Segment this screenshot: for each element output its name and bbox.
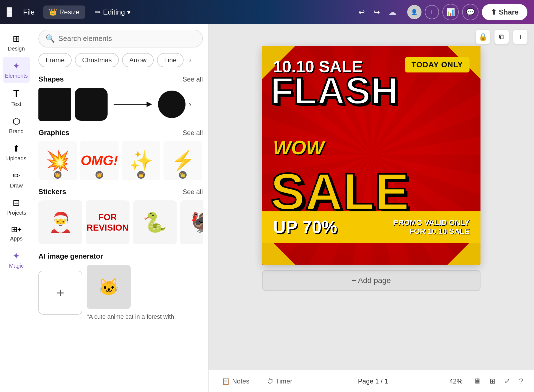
- notes-button[interactable]: 📋 Notes: [217, 375, 254, 387]
- redo-button[interactable]: ↪: [371, 5, 382, 19]
- sticker-item-1[interactable]: 🎅: [38, 200, 82, 244]
- fullscreen-button[interactable]: ⤢: [502, 375, 513, 388]
- hamburger-menu[interactable]: ≡: [7, 7, 12, 17]
- today-only-badge: TODAY ONLY: [405, 57, 470, 72]
- notes-icon: 📋: [222, 377, 230, 385]
- graphic-item-1[interactable]: 💥 👑: [38, 141, 77, 180]
- wow-text: WOW: [273, 137, 324, 159]
- bottom-bar: 📋 Notes ⏱ Timer Page 1 / 1 42% 🖥 ⊞ ⤢ ?: [209, 370, 534, 392]
- uploads-icon: ⬆: [13, 143, 20, 154]
- add-page-button[interactable]: + Add page: [262, 270, 480, 291]
- sidebar-item-apps[interactable]: ⊞+ Apps: [3, 221, 30, 246]
- sidebar-item-projects[interactable]: ⊟ Projects: [3, 194, 30, 220]
- sticker-item-4[interactable]: 🦃: [180, 200, 203, 244]
- flash-title-text: FLASH: [270, 74, 472, 108]
- shapes-see-all[interactable]: See all: [183, 75, 203, 83]
- elements-panel: 🔍 Frame Christmas Arrow Line › Shapes Se…: [33, 24, 209, 392]
- sidebar: ⊞ Design ✦ Elements T Text ⬡ Brand ⬆ Upl…: [0, 24, 33, 392]
- search-input[interactable]: [58, 34, 196, 43]
- graphics-row: 💥 👑 OMG! 👑 ✨ 👑 ⚡ 👑 ›: [38, 141, 203, 180]
- sidebar-item-design[interactable]: ⊞ Design: [3, 30, 30, 56]
- shapes-scroll-icon[interactable]: ›: [189, 100, 191, 109]
- apps-icon: ⊞+: [11, 225, 22, 234]
- timer-icon: ⏱: [267, 377, 274, 385]
- sidebar-item-elements[interactable]: ✦ Elements: [3, 57, 30, 83]
- sticker-item-3[interactable]: 🐍: [133, 200, 177, 244]
- promo-text: PROMO VALID ONLY FOR 10.10 SALE: [393, 218, 470, 236]
- graphics-see-all[interactable]: See all: [183, 129, 203, 137]
- ai-prompt-item[interactable]: 🐱: [87, 265, 131, 309]
- premium-badge-4: 👑: [179, 171, 187, 179]
- shapes-row: ›: [38, 88, 203, 121]
- ai-section-title: AI image generator: [38, 252, 203, 261]
- sticker-item-2[interactable]: FORREVISION: [86, 200, 130, 244]
- chip-line[interactable]: Line: [157, 53, 184, 67]
- chips-more-icon[interactable]: ›: [187, 54, 193, 66]
- sidebar-item-text[interactable]: T Text: [3, 84, 30, 111]
- ai-section: AI image generator + 🐱 "A cute anime cat…: [38, 252, 203, 320]
- magic-icon: ✦: [13, 251, 20, 261]
- shape-circle[interactable]: [158, 91, 186, 118]
- graphic-item-2[interactable]: OMG! 👑: [80, 141, 119, 180]
- comments-button[interactable]: 💬: [462, 4, 479, 20]
- timer-button[interactable]: ⏱ Timer: [263, 375, 297, 387]
- graphic-item-4[interactable]: ⚡ 👑: [164, 141, 202, 180]
- chip-arrow[interactable]: Arrow: [122, 53, 154, 67]
- draw-icon: ✏: [13, 170, 20, 181]
- sidebar-item-magic[interactable]: ✦ Magic: [3, 247, 30, 273]
- share-icon: ⬆: [491, 8, 497, 16]
- graphics-header: Graphics See all: [38, 128, 203, 137]
- stickers-see-all[interactable]: See all: [183, 188, 203, 196]
- zoom-level: 42%: [449, 377, 462, 385]
- search-bar: 🔍: [38, 30, 203, 47]
- analytics-button[interactable]: 📊: [442, 4, 459, 20]
- lock-icon: 🔒: [479, 33, 487, 41]
- topbar: ≡ File 👑 Resize ✏ Editing ▾ ↩ ↪ ☁ 👤 + 📊 …: [0, 0, 534, 24]
- sidebar-item-draw[interactable]: ✏ Draw: [3, 167, 30, 193]
- svg-marker-1: [147, 102, 152, 107]
- canvas-area: 🔒 ⧉ + TODAY ONLY: [209, 24, 534, 392]
- graphic-item-3[interactable]: ✨ 👑: [122, 141, 160, 180]
- premium-badge: 👑: [54, 171, 61, 179]
- design-icon: ⊞: [13, 33, 20, 44]
- add-icon: +: [518, 33, 522, 41]
- copy-button[interactable]: ⧉: [494, 30, 509, 44]
- add-collaborator-button[interactable]: +: [425, 5, 439, 19]
- editing-button[interactable]: ✏ Editing ▾: [89, 5, 136, 19]
- sidebar-item-brand[interactable]: ⬡ Brand: [3, 112, 30, 138]
- design-canvas[interactable]: TODAY ONLY 10.10 SALE FLASH WOW SALE UP: [262, 46, 480, 265]
- file-menu[interactable]: File: [19, 6, 39, 19]
- resize-button[interactable]: 👑 Resize: [43, 5, 85, 19]
- cloud-save-button[interactable]: ☁: [386, 5, 398, 19]
- pencil-icon: ✏: [95, 8, 101, 16]
- main-layout: ⊞ Design ✦ Elements T Text ⬡ Brand ⬆ Upl…: [0, 24, 534, 392]
- text-icon: T: [13, 88, 19, 99]
- ai-generate-button[interactable]: +: [38, 271, 82, 315]
- sidebar-item-uploads[interactable]: ⬆ Uploads: [3, 139, 30, 166]
- premium-badge-3: 👑: [137, 171, 145, 179]
- search-icon: 🔍: [46, 34, 55, 43]
- stickers-row: 🎅 FORREVISION 🐍 🦃 ›: [38, 200, 203, 244]
- share-button[interactable]: ⬆ Share: [482, 4, 527, 20]
- copy-icon: ⧉: [499, 33, 504, 41]
- bottom-banner: UP 70% PROMO VALID ONLY FOR 10.10 SALE: [262, 211, 480, 243]
- shape-rounded-rect[interactable]: [75, 88, 108, 121]
- shape-square[interactable]: [38, 88, 71, 121]
- chip-frame[interactable]: Frame: [38, 53, 72, 67]
- add-canvas-button[interactable]: +: [513, 30, 527, 44]
- help-button[interactable]: ?: [517, 375, 525, 388]
- chip-christmas[interactable]: Christmas: [75, 53, 119, 67]
- grid-view-button[interactable]: ⊞: [487, 375, 498, 388]
- avatar[interactable]: 👤: [407, 5, 421, 19]
- canvas-toolbar: 🔒 ⧉ +: [476, 30, 527, 44]
- right-actions: 👤 + 📊 💬 ⬆ Share: [407, 4, 527, 20]
- ai-prompt-section: 🐱 "A cute anime cat in a forest with: [87, 265, 203, 320]
- shapes-header: Shapes See all: [38, 75, 203, 83]
- undo-button[interactable]: ↩: [356, 5, 367, 19]
- projects-icon: ⊟: [13, 198, 20, 208]
- up-70-text: UP 70%: [273, 217, 337, 237]
- desktop-view-button[interactable]: 🖥: [471, 375, 483, 388]
- shape-line-arrow[interactable]: [111, 96, 155, 113]
- bottom-icons: 🖥 ⊞ ⤢ ?: [471, 375, 525, 388]
- lock-button[interactable]: 🔒: [476, 30, 490, 44]
